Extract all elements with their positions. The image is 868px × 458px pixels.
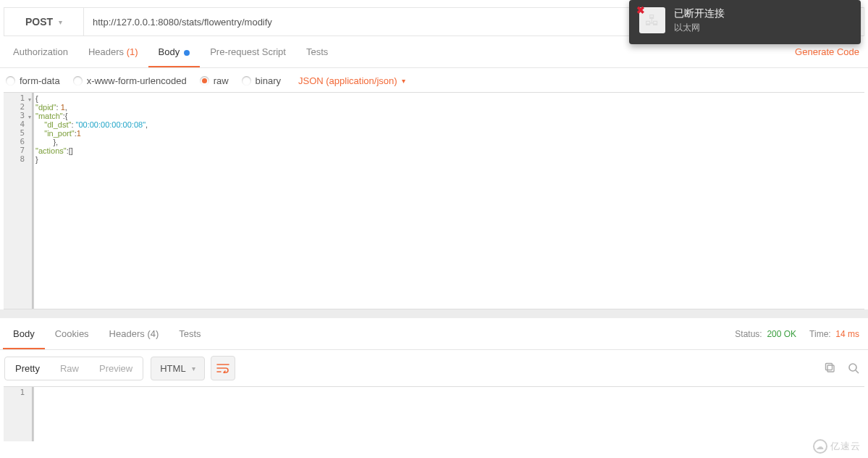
view-mode-segment: Pretty Raw Preview <box>4 357 143 380</box>
method-select[interactable]: POST ▾ <box>4 8 84 36</box>
notification-subtitle: 以太网 <box>674 22 725 34</box>
editor-gutter: 1▾23▾45678 <box>4 93 33 309</box>
radio-icon <box>6 76 15 86</box>
svg-point-2 <box>849 364 856 371</box>
resp-tab-body[interactable]: Body <box>3 319 45 349</box>
editor-gutter: 1 <box>4 387 33 441</box>
radio-selected-icon <box>200 76 209 86</box>
resp-tab-headers[interactable]: Headers (4) <box>99 319 169 349</box>
radio-icon <box>242 76 251 86</box>
tab-body[interactable]: Body <box>148 37 201 67</box>
svg-rect-1 <box>826 364 833 370</box>
chevron-down-icon: ▾ <box>192 365 195 372</box>
watermark: ☁ 亿速云 <box>813 439 861 441</box>
editor-code[interactable]: {"dpid": 1,"match":{ "dl_dst": "00:00:00… <box>33 93 864 309</box>
network-disconnected-icon: 🖧 <box>639 7 665 33</box>
status-value: 200 OK <box>767 329 796 339</box>
tab-tests[interactable]: Tests <box>296 37 338 67</box>
editor-code[interactable] <box>33 387 864 441</box>
cloud-icon: ☁ <box>813 439 827 441</box>
notification-title: 已断开连接 <box>674 7 725 20</box>
generate-code-link[interactable]: Generate Code <box>795 46 859 57</box>
radio-icon <box>73 76 83 86</box>
format-select[interactable]: HTML ▾ <box>151 357 204 380</box>
chevron-down-icon: ▾ <box>59 18 62 26</box>
modified-dot-icon <box>184 50 190 56</box>
radio-binary[interactable]: binary <box>242 75 281 86</box>
radio-urlencoded[interactable]: x-www-form-urlencoded <box>73 75 187 86</box>
body-type-row: form-data x-www-form-urlencoded raw bina… <box>0 68 868 92</box>
time-value: 14 ms <box>835 329 859 339</box>
radio-raw[interactable]: raw <box>200 75 229 86</box>
view-raw[interactable]: Raw <box>50 357 89 380</box>
request-tabs: Authorization Headers (1) Body Pre-reque… <box>0 36 868 68</box>
url-input[interactable] <box>84 8 686 36</box>
svg-line-3 <box>856 370 859 373</box>
view-preview[interactable]: Preview <box>89 357 143 380</box>
tab-prerequest[interactable]: Pre-request Script <box>200 37 296 67</box>
time-label: Time: <box>809 329 831 339</box>
svg-rect-0 <box>827 365 834 372</box>
resp-tab-cookies[interactable]: Cookies <box>45 319 99 349</box>
line-wrap-button[interactable] <box>211 356 235 380</box>
response-view-options: Pretty Raw Preview HTML ▾ <box>0 350 868 386</box>
response-body-editor[interactable]: 1 <box>4 386 864 441</box>
content-type-select[interactable]: JSON (application/json) ▾ <box>298 75 405 86</box>
request-body-editor[interactable]: 1▾23▾45678 {"dpid": 1,"match":{ "dl_dst"… <box>4 92 864 309</box>
chevron-down-icon: ▾ <box>402 77 405 85</box>
response-tabs: Body Cookies Headers (4) Tests Status: 2… <box>0 318 868 350</box>
tab-headers[interactable]: Headers (1) <box>78 37 148 67</box>
search-icon[interactable] <box>848 362 859 374</box>
radio-form-data[interactable]: form-data <box>6 75 60 86</box>
tab-authorization[interactable]: Authorization <box>3 37 78 67</box>
status-label: Status: <box>735 329 762 339</box>
view-pretty[interactable]: Pretty <box>5 357 50 380</box>
resp-tab-tests[interactable]: Tests <box>169 319 211 349</box>
copy-icon[interactable] <box>825 362 836 374</box>
method-label: POST <box>25 16 53 28</box>
